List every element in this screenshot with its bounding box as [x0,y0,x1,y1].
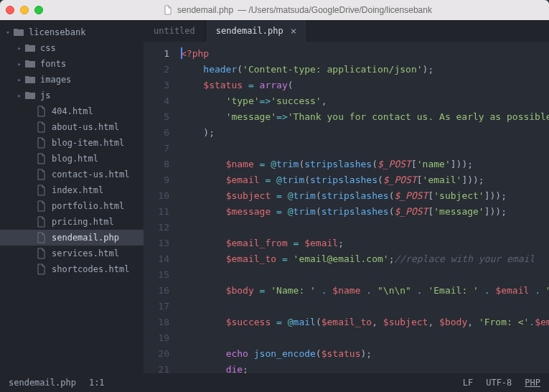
tree-folder[interactable]: ▸images [0,72,144,88]
folder-icon [24,90,36,101]
code-line[interactable]: $email_from = $email; [177,235,549,251]
tree-file[interactable]: sendemail.php [0,230,144,246]
code-line[interactable]: $body = 'Name: ' . $name . "\n\n" . 'Ema… [177,283,549,299]
traffic-lights [6,6,43,14]
code-line[interactable]: die; [177,362,549,373]
minimize-window-button[interactable] [20,6,29,14]
file-icon [36,169,47,180]
tab-label: sendemail.php [216,26,283,36]
status-line-ending[interactable]: LF [463,378,473,388]
tree-root-label: licensebank [29,27,139,37]
line-number: 1 [144,46,169,62]
folder-icon [24,42,36,54]
file-icon [36,248,47,259]
file-icon [36,263,47,275]
tree-folder[interactable]: ▸fonts [0,56,144,72]
line-number: 12 [144,220,169,235]
line-number: 10 [144,188,169,204]
code-line[interactable]: 'type'=>'success', [177,93,549,109]
code-line[interactable]: echo json_encode($status); [177,346,549,362]
tree-folder-label: css [40,43,139,53]
line-number: 15 [144,267,169,283]
tree-file-label: 404.html [52,106,139,116]
tree-file-label: pricing.html [52,217,139,227]
status-cursor-position[interactable]: 1:1 [89,378,105,388]
code-line[interactable]: $email = @trim(stripslashes($_POST['emai… [177,172,549,188]
code-line[interactable]: $message = @trim(stripslashes($_POST['me… [177,204,549,220]
code-line[interactable] [177,330,549,346]
status-language[interactable]: PHP [525,378,540,388]
file-icon [36,153,47,164]
line-number: 5 [144,109,169,125]
tree-file-label: contact-us.html [52,169,139,179]
tree-file-label: shortcodes.html [52,264,139,274]
tree-file[interactable]: services.html [0,246,144,261]
code-line[interactable]: <?php [177,46,549,62]
file-icon [36,232,47,243]
code-editor[interactable]: 123456789101112131415161718192021 <?php … [144,42,549,373]
tree-folder-label: images [40,75,139,85]
tree-file[interactable]: index.html [0,182,144,198]
line-number: 19 [144,330,169,346]
code-line[interactable]: header('Content-type: application/json')… [177,62,549,78]
editor-pane: untitledsendemail.php× 12345678910111213… [144,20,549,373]
code-line[interactable]: $subject = @trim(stripslashes($_POST['su… [177,188,549,204]
close-window-button[interactable] [6,6,14,14]
line-number: 17 [144,299,169,314]
line-number: 13 [144,235,169,251]
code-area[interactable]: <?php header('Content-type: application/… [177,42,549,373]
tree-file[interactable]: portfolio.html [0,198,144,214]
tree-file-label: about-us.html [52,122,139,132]
folder-icon [13,27,24,38]
code-line[interactable]: $success = @mail($email_to, $subject, $b… [177,314,549,330]
status-encoding[interactable]: UTF-8 [486,378,512,388]
tree-file[interactable]: 404.html [0,103,144,119]
line-number: 18 [144,314,169,330]
tree-folder-label: js [40,90,139,101]
tree-file[interactable]: pricing.html [0,214,144,230]
tree-file[interactable]: contact-us.html [0,167,144,182]
file-icon [163,5,173,15]
code-line[interactable]: $status = array( [177,78,549,93]
chevron-down-icon: ▾ [4,29,11,36]
maximize-window-button[interactable] [34,6,43,14]
tree-folder-label: fonts [40,59,139,69]
folder-icon [24,58,36,70]
file-tree-sidebar[interactable]: ▾ licensebank ▸css▸fonts▸images▸js 404.h… [0,20,144,373]
status-filename[interactable]: sendemail.php [9,378,76,388]
tree-file[interactable]: blog.html [0,151,144,167]
code-line[interactable]: $email_to = 'email@email.com';//replace … [177,251,549,267]
line-number: 2 [144,62,169,78]
file-icon [36,216,47,228]
file-icon [36,185,47,196]
chevron-right-icon: ▸ [16,76,23,83]
line-number: 21 [144,362,169,373]
tree-folder[interactable]: ▸js [0,88,144,103]
tree-file[interactable]: shortcodes.html [0,261,144,277]
code-line[interactable]: ); [177,125,549,141]
tree-file-label: blog.html [52,154,139,164]
tree-file[interactable]: blog-item.html [0,135,144,151]
line-number: 8 [144,157,169,172]
editor-tab[interactable]: sendemail.php× [206,20,307,42]
code-line[interactable]: $name = @trim(stripslashes($_POST['name'… [177,157,549,172]
status-bar: sendemail.php 1:1 LF UTF-8 PHP [0,373,549,392]
code-line[interactable] [177,141,549,157]
tree-folder[interactable]: ▸css [0,40,144,56]
code-line[interactable] [177,267,549,283]
tree-root-folder[interactable]: ▾ licensebank [0,24,144,40]
close-icon[interactable]: × [291,25,296,37]
tree-file-label: services.html [52,248,139,258]
line-number: 9 [144,172,169,188]
window-titlebar: sendemail.php — /Users/matsuda/GoogleDri… [0,0,549,20]
file-icon [36,200,47,212]
editor-tab[interactable]: untitled [144,20,206,42]
tree-file[interactable]: about-us.html [0,119,144,135]
line-number: 6 [144,125,169,141]
code-line[interactable]: 'message'=>'Thank you for contact us. As… [177,109,549,125]
code-line[interactable] [177,220,549,235]
tab-bar: untitledsendemail.php× [144,20,549,42]
code-line[interactable] [177,299,549,314]
chevron-right-icon: ▸ [16,45,23,52]
line-number: 16 [144,283,169,299]
